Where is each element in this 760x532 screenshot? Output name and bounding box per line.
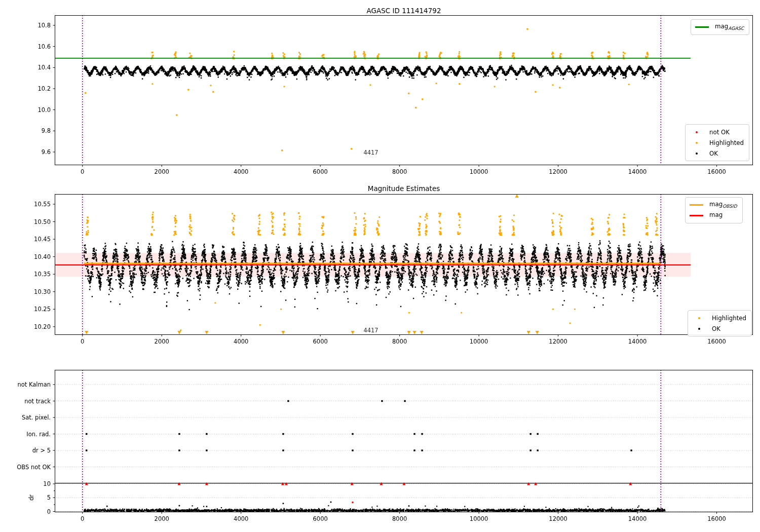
x-tick-label: 6000 — [313, 515, 328, 522]
flag-row-label: not Kalman — [17, 381, 51, 388]
x-tick-label: 4000 — [234, 338, 248, 345]
y-tick-label: 10.40 — [34, 253, 51, 260]
legend-line-sample-orange — [690, 204, 703, 206]
x-tick-label: 2000 — [155, 515, 169, 522]
y-tick-label: 10.45 — [34, 236, 51, 243]
x-tick-label: 10000 — [470, 168, 488, 175]
legend-label-mag-agasc: magAGASC — [715, 23, 744, 31]
legend-entry-not-ok: not OK — [690, 127, 744, 137]
x-tick-label: 2000 — [155, 338, 169, 345]
x-tick-label: 14000 — [628, 515, 647, 522]
annotation-obsid-mid: 4417 — [363, 327, 378, 334]
x-tick-label: 10000 — [470, 338, 488, 345]
legend-entry-ok: OK — [690, 148, 744, 159]
legend-label-ok: OK — [709, 150, 718, 157]
legend-label-highlighted-mid: Highlighted — [712, 315, 746, 322]
legend-line-sample-red — [690, 215, 703, 216]
x-tick-label: 16000 — [707, 168, 726, 175]
legend-mag-agasc: magAGASC — [691, 19, 749, 35]
flag-row-label: Ion. rad. — [26, 431, 51, 438]
legend-label-not-ok: not OK — [709, 129, 730, 136]
x-tick-label: 8000 — [392, 515, 407, 522]
y-tick-label: 10.8 — [37, 22, 51, 29]
x-tick-label: 6000 — [313, 338, 328, 345]
flag-row-label: OBS not OK — [17, 464, 51, 471]
y-tick-label: 10.35 — [34, 271, 51, 278]
legend-dot-ok — [696, 153, 698, 155]
y-tick-label: 10.30 — [34, 288, 51, 295]
x-tick-label: 12000 — [549, 168, 567, 175]
x-tick-label: 4000 — [234, 168, 248, 175]
x-tick-label: 16000 — [707, 338, 726, 345]
legend-mag-lines: magOBSID mag — [685, 197, 743, 223]
x-tick-label: 12000 — [549, 515, 567, 522]
legend-top-markers: not OK Highlighted OK — [685, 124, 749, 161]
x-tick-label: 6000 — [313, 168, 328, 175]
legend-mid-markers: Highlighted OK — [688, 310, 752, 336]
y-tick-label: 10.4 — [37, 64, 51, 71]
legend-dot-ok-mid — [698, 328, 700, 330]
y-tick-label: 10.20 — [34, 323, 51, 330]
plot1-title: AGASC ID 111414792 — [367, 7, 441, 15]
legend-entry-highlighted-mid: Highlighted — [692, 313, 746, 323]
y-tick-label: 10.25 — [34, 306, 51, 313]
legend-entry-mag-agasc: magAGASC — [695, 22, 744, 32]
y-tick-label: 10.6 — [37, 43, 51, 50]
legend-label-mag: mag — [709, 211, 723, 219]
flag-row-label: not track — [24, 398, 51, 405]
x-tick-label: 14000 — [628, 338, 647, 345]
y-tick-label: 10.55 — [34, 201, 51, 208]
x-tick-label: 8000 — [392, 168, 407, 175]
figure: AGASC ID 111414792 Magnitude Estimates m… — [0, 0, 760, 532]
flag-row-label: Sat. pixel. — [22, 414, 51, 421]
legend-label-ok-mid: OK — [712, 325, 720, 332]
legend-line-sample-green — [695, 26, 709, 28]
legend-dot-not-ok — [696, 131, 698, 133]
x-tick-label: 16000 — [707, 515, 726, 522]
plot2-title: Magnitude Estimates — [368, 184, 440, 193]
x-tick-label: 0 — [81, 168, 84, 175]
y-tick-label: 10.0 — [37, 106, 51, 113]
y-tick-label: 10.2 — [37, 85, 51, 92]
x-tick-label: 14000 — [628, 168, 647, 175]
plots-canvas — [0, 0, 760, 532]
y-tick-label: 10.50 — [34, 218, 51, 225]
legend-label-mag-obsid: magOBSID — [709, 201, 737, 209]
x-tick-label: 0 — [81, 515, 84, 522]
dr-tick-label: 10 — [43, 480, 51, 487]
x-tick-label: 8000 — [392, 338, 407, 345]
legend-dot-highlighted-mid — [698, 317, 700, 319]
flag-row-label: dr > 5 — [32, 447, 51, 454]
legend-entry-ok-mid: OK — [692, 323, 746, 334]
y-tick-label: 9.6 — [42, 148, 51, 156]
legend-entry-mag: mag — [690, 210, 737, 221]
x-tick-label: 4000 — [234, 515, 248, 522]
dr-tick-label: 0 — [47, 508, 51, 515]
annotation-obsid-top: 4417 — [363, 149, 378, 156]
x-tick-label: 0 — [81, 338, 84, 345]
legend-label-highlighted: Highlighted — [709, 139, 744, 146]
dr-tick-label: 5 — [47, 494, 51, 501]
y-tick-label: 9.8 — [42, 127, 51, 134]
legend-entry-mag-obsid: magOBSID — [690, 200, 737, 210]
legend-dot-highlighted — [696, 142, 698, 144]
x-tick-label: 10000 — [470, 515, 488, 522]
x-tick-label: 2000 — [155, 168, 169, 175]
x-tick-label: 12000 — [549, 338, 567, 345]
dr-axis-label: dr — [28, 495, 35, 501]
legend-entry-highlighted: Highlighted — [690, 137, 744, 148]
